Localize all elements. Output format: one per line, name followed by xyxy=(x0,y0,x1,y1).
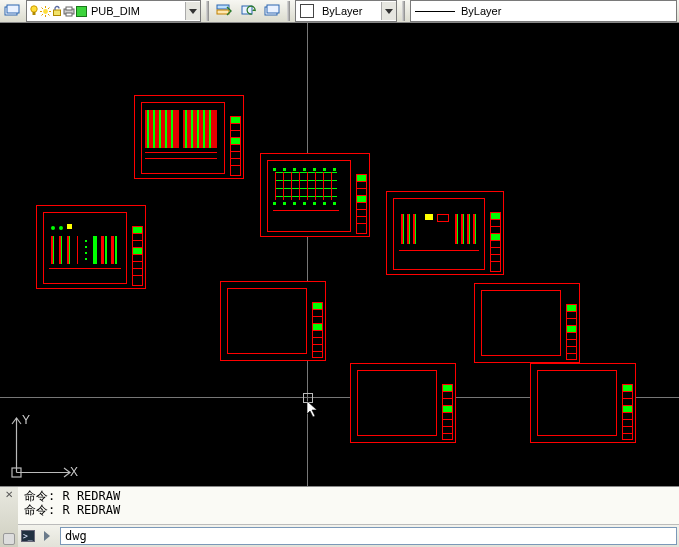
lightbulb-icon xyxy=(29,5,39,17)
layer-previous-button[interactable] xyxy=(237,0,259,22)
svg-rect-1 xyxy=(7,5,19,13)
layer-dropdown[interactable]: PUB_DIM xyxy=(26,0,201,22)
command-input[interactable] xyxy=(60,527,677,545)
chevron-right-icon xyxy=(40,528,56,544)
drawing-canvas[interactable]: Y X xyxy=(0,23,679,486)
color-swatch-icon xyxy=(76,6,87,17)
layer-manager-button[interactable] xyxy=(1,0,23,22)
linetype-prop-text: ByLayer xyxy=(459,5,676,17)
layer-states-button[interactable] xyxy=(213,0,235,22)
svg-rect-27 xyxy=(12,468,21,477)
command-history-line: 命令: R REDRAW xyxy=(24,503,673,517)
crosshair-pickbox xyxy=(303,393,313,403)
svg-text:>_: >_ xyxy=(23,532,33,541)
drawing-frame[interactable] xyxy=(386,191,504,275)
color-dropdown[interactable]: ByLayer xyxy=(295,0,397,22)
toolbar-separator xyxy=(206,1,209,21)
svg-line-11 xyxy=(48,7,50,9)
layer-name-text: PUB_DIM xyxy=(89,5,185,17)
svg-rect-24 xyxy=(267,5,279,13)
properties-toolbar: PUB_DIM ByLayer ByLayer xyxy=(0,0,679,23)
grip-icon[interactable] xyxy=(3,533,15,545)
drawing-frame[interactable] xyxy=(36,205,146,289)
crosshair-vertical xyxy=(307,23,308,486)
svg-rect-20 xyxy=(217,10,229,14)
ucs-y-label: Y xyxy=(22,413,30,427)
ucs-x-label: X xyxy=(70,465,78,479)
svg-marker-26 xyxy=(307,401,317,417)
svg-line-12 xyxy=(42,14,44,16)
chevron-down-icon[interactable] xyxy=(185,2,200,20)
drawing-frame[interactable] xyxy=(350,363,456,443)
toolbar-separator xyxy=(402,1,405,21)
linetype-dropdown[interactable]: ByLayer xyxy=(410,0,677,22)
svg-marker-18 xyxy=(189,9,197,14)
svg-rect-13 xyxy=(54,10,61,16)
command-history-line: 命令: R REDRAW xyxy=(24,489,673,503)
drawing-frame[interactable] xyxy=(260,153,370,237)
svg-rect-15 xyxy=(66,7,72,10)
command-window-controls: ✕ xyxy=(0,487,18,547)
svg-rect-3 xyxy=(33,12,36,15)
color-swatch xyxy=(300,4,314,18)
print-icon xyxy=(63,6,75,17)
linetype-preview xyxy=(415,11,455,12)
unlock-icon xyxy=(52,5,62,17)
layer-state-icons xyxy=(27,5,89,17)
close-icon[interactable]: ✕ xyxy=(5,489,13,500)
drawing-frame[interactable] xyxy=(220,281,326,361)
layer-isolate-button[interactable] xyxy=(261,0,283,22)
svg-rect-17 xyxy=(77,6,87,16)
command-history[interactable]: 命令: R REDRAW 命令: R REDRAW xyxy=(18,487,679,524)
svg-marker-32 xyxy=(44,531,50,541)
chevron-down-icon[interactable] xyxy=(381,2,396,20)
drawing-frame[interactable] xyxy=(530,363,636,443)
sun-icon xyxy=(40,6,51,17)
svg-line-9 xyxy=(42,7,44,9)
svg-line-10 xyxy=(48,14,50,16)
drawing-frame[interactable] xyxy=(474,283,580,363)
command-input-row: >_ xyxy=(18,524,679,547)
svg-rect-16 xyxy=(66,13,72,16)
color-prop-text: ByLayer xyxy=(318,5,381,17)
svg-point-4 xyxy=(43,9,48,14)
ucs-icon: Y X xyxy=(8,412,78,482)
drawing-frame[interactable] xyxy=(134,95,244,179)
command-icon: >_ xyxy=(20,528,36,544)
command-window: ✕ 命令: R REDRAW 命令: R REDRAW >_ xyxy=(0,486,679,547)
svg-point-2 xyxy=(31,6,37,12)
toolbar-separator xyxy=(287,1,290,21)
cursor-arrow-icon xyxy=(307,401,321,419)
svg-marker-25 xyxy=(385,9,393,14)
